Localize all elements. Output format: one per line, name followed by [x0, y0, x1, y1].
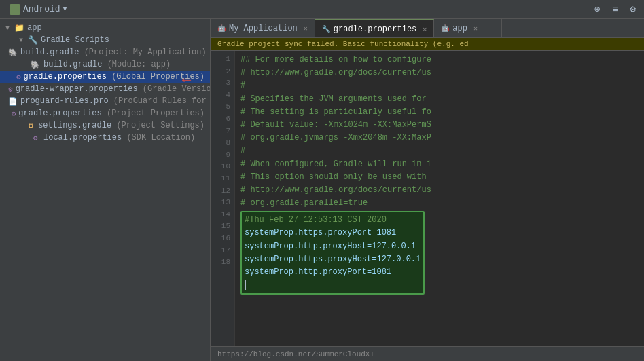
list-item[interactable]: ⚙ local.properties (SDK Location) [0, 132, 210, 144]
code-line: # Default value: -Xmx1024m -XX:MaxPermS [240, 119, 639, 132]
tab-close-active-button[interactable]: ✕ [423, 25, 427, 33]
wrench-icon: 🔧 [322, 25, 330, 33]
folder-icon: 📁 [14, 23, 24, 33]
text-cursor [245, 280, 246, 290]
line-num: 16 [211, 233, 230, 245]
line-num: 11 [211, 173, 230, 185]
code-line-prop: systemProp.http.proxyPort=1081 [245, 266, 421, 279]
status-bar: https://blog.csdn.net/SummerCloudXT [211, 346, 644, 361]
line-num: 12 [211, 185, 230, 197]
code-line: ## For more details on how to configure [240, 54, 639, 66]
gradle-scripts-icon: 🔧 [27, 35, 38, 45]
wrapper-prop-icon: ⚙ [8, 84, 13, 94]
code-highlight-block: #Thu Feb 27 12:53:13 CST 2020 systemProp… [240, 211, 425, 294]
settings-icon[interactable]: ⚙ [628, 2, 639, 16]
filename: build.gradle (Project: My Application) [20, 48, 207, 57]
tree-item-app[interactable]: ▼ 📁 app [0, 22, 210, 34]
list-item[interactable]: ⚙ gradle-wrapper.properties (Gradle Vers… [0, 83, 210, 95]
code-line: # The setting is particularly useful fo [240, 106, 639, 119]
line-num: 4 [211, 90, 230, 102]
code-line-date: #Thu Feb 27 12:53:13 CST 2020 [245, 214, 421, 227]
line-num: 5 [211, 101, 230, 113]
android-dropdown[interactable]: Android ▼ [5, 3, 71, 16]
robot-icon-2: 🤖 [441, 24, 449, 33]
tree-item-gradle-scripts[interactable]: ▼ 🔧 Gradle Scripts [0, 34, 210, 46]
code-line: # org.gradle.parallel=true [240, 197, 639, 210]
filename: local.properties (SDK Location) [43, 133, 195, 142]
list-item[interactable]: 📄 proguard-rules.pro (ProGuard Rules for… [0, 95, 210, 107]
line-num: 13 [211, 197, 230, 209]
code-line-cursor [245, 279, 421, 292]
code-line: # Specifies the JVM arguments used for [240, 93, 639, 106]
code-line: # http://www.gradle.org/docs/current/us [240, 66, 639, 79]
line-num: 6 [211, 113, 230, 126]
tab-my-application[interactable]: 🤖 My Application ✕ [211, 19, 315, 37]
tab-label: My Application [229, 24, 298, 33]
line-num: 9 [211, 149, 230, 162]
warning-text: Gradle project sync failed. Basic functi… [217, 40, 469, 48]
filename: gradle-wrapper.properties (Gradle Versio… [16, 84, 210, 94]
expand-arrow-icon-2: ▼ [19, 37, 23, 44]
list-item[interactable]: ⚙ settings.gradle (Project Settings) [0, 119, 210, 132]
menu-icon[interactable]: ≡ [609, 3, 620, 16]
line-num: 18 [211, 256, 230, 269]
code-line: # org.gradle.jvmargs=-Xmx2048m -XX:MaxP [240, 132, 639, 145]
local-prop-icon: ⚙ [30, 133, 41, 142]
list-item-selected[interactable]: ⚙ gradle.properties (Global Properties) [0, 71, 210, 83]
line-num: 14 [211, 209, 230, 221]
code-line: # This option should only be used with [240, 171, 639, 184]
code-line-prop: systemProp.https.proxyPort=1081 [245, 227, 421, 240]
line-num: 15 [211, 221, 230, 233]
warning-bar: Gradle project sync failed. Basic functi… [211, 38, 644, 51]
filename: proguard-rules.pro (ProGuard Rules for a… [20, 96, 210, 106]
code-line: # When configured, Gradle will run in i [240, 158, 639, 171]
code-line: # [240, 145, 639, 157]
main-layout: ▼ 📁 app ▼ 🔧 Gradle Scripts 🐘 build.gradl… [0, 19, 644, 361]
code-area[interactable]: 1 2 3 4 5 6 7 8 9 10 11 12 13 14 15 16 1… [211, 51, 644, 346]
tab-app-label: app [452, 24, 467, 33]
properties-file-icon: ⚙ [16, 72, 21, 81]
list-item[interactable]: ⚙ gradle.properties (Project Properties) [0, 107, 210, 119]
code-content[interactable]: ## For more details on how to configure … [235, 51, 644, 346]
tab-close-app-button[interactable]: ✕ [473, 24, 478, 33]
gradle-file-icon-2: 🐘 [30, 60, 41, 69]
tab-close-button[interactable]: ✕ [304, 24, 308, 33]
code-line: # http://www.gradle.org/docs/current/us [240, 184, 639, 197]
tab-gradle-properties[interactable]: 🔧 gradle.properties ✕ [315, 19, 434, 37]
project-prop-icon: ⚙ [12, 109, 16, 118]
line-numbers: 1 2 3 4 5 6 7 8 9 10 11 12 13 14 15 16 1… [211, 51, 235, 346]
file-tree: ▼ 📁 app ▼ 🔧 Gradle Scripts 🐘 build.gradl… [0, 19, 210, 361]
robot-icon: 🤖 [217, 24, 226, 33]
dropdown-arrow-icon: ▼ [63, 5, 67, 13]
line-num: 17 [211, 245, 230, 257]
list-item[interactable]: 🐘 build.gradle (Module: app) [0, 58, 210, 71]
filename: gradle.properties (Project Properties) [18, 109, 204, 118]
settings-gradle-icon: ⚙ [26, 121, 35, 130]
status-url: https://blog.csdn.net/SummerCloudXT [217, 350, 374, 358]
expand-arrow-icon: ▼ [5, 24, 10, 32]
code-line-prop: systemProp.https.proxyHost=127.0.0.1 [245, 253, 421, 266]
globe-icon[interactable]: ⊕ [592, 2, 603, 16]
android-label: Android [23, 4, 60, 14]
gradle-scripts-label: Gradle Scripts [41, 35, 109, 45]
line-num: 10 [211, 161, 230, 173]
toolbar: Android ▼ ⊕ ≡ ⚙ [0, 0, 644, 19]
line-num: 3 [211, 77, 230, 90]
filename-selected: gradle.properties (Global Properties) [24, 72, 204, 81]
tab-label-active: gradle.properties [334, 24, 416, 34]
left-panel: ▼ 📁 app ▼ 🔧 Gradle Scripts 🐘 build.gradl… [0, 19, 211, 361]
list-item[interactable]: 🐘 build.gradle (Project: My Application) [0, 46, 210, 58]
gradle-file-icon: 🐘 [8, 48, 18, 57]
code-line-prop: systemProp.http.proxyHost=127.0.0.1 [245, 240, 421, 253]
toolbar-icons: ⊕ ≡ ⚙ [592, 2, 639, 16]
tabs-bar: 🤖 My Application ✕ 🔧 gradle.properties ✕… [211, 19, 644, 38]
code-line: # [240, 79, 639, 92]
line-num: 8 [211, 137, 230, 149]
right-panel: 🤖 My Application ✕ 🔧 gradle.properties ✕… [211, 19, 644, 361]
tree-app-label: app [27, 23, 42, 33]
filename: settings.gradle (Project Settings) [38, 121, 204, 130]
proguard-icon: 📄 [8, 96, 18, 106]
line-num: 1 [211, 54, 230, 66]
tab-app[interactable]: 🤖 app ✕ [434, 19, 502, 37]
line-num: 7 [211, 126, 230, 138]
